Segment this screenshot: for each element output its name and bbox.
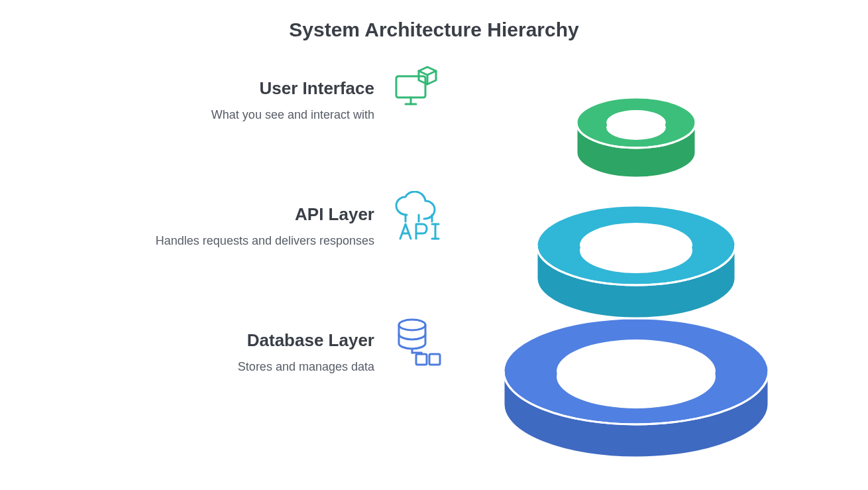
svg-point-10: [399, 320, 425, 330]
layer-api: API Layer Handles requests and delivers …: [0, 204, 374, 248]
diagram-title: System Architecture Hierarchy: [0, 19, 868, 41]
layer-api-desc: Handles requests and delivers responses: [0, 234, 374, 248]
ring-database: [504, 318, 769, 458]
svg-rect-12: [429, 354, 440, 365]
layer-db-title: Database Layer: [0, 330, 374, 351]
layer-db-desc: Stores and manages data: [0, 360, 374, 374]
ring-api: [537, 206, 735, 318]
svg-point-28: [606, 115, 666, 140]
layer-ui: User Interface What you see and interact…: [0, 78, 374, 122]
svg-rect-11: [416, 354, 427, 365]
monitor-cube-icon: [391, 63, 444, 119]
database-icon: [391, 317, 447, 375]
layer-api-title: API Layer: [0, 204, 374, 225]
svg-point-23: [580, 228, 692, 273]
layer-ui-title: User Interface: [0, 78, 374, 99]
layer-db: Database Layer Stores and manages data: [0, 330, 374, 374]
ring-stack: [464, 60, 808, 473]
layer-ui-desc: What you see and interact with: [0, 108, 374, 122]
diagram-canvas: System Architecture Hierarchy User Inter…: [0, 0, 868, 490]
ring-ui: [576, 97, 696, 178]
svg-point-18: [557, 345, 716, 408]
cloud-api-icon: [391, 191, 447, 249]
svg-rect-0: [396, 76, 425, 97]
